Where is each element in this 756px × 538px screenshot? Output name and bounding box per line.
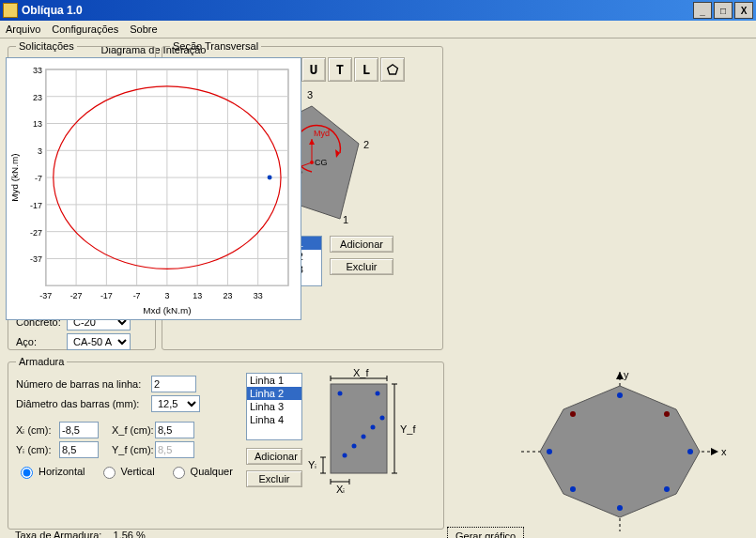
svg-text:-27: -27 — [70, 291, 83, 300]
titlebar: Oblíqua 1.0 _ □ X — [0, 0, 756, 21]
input-yf — [155, 441, 194, 458]
legend-solicitacoes: Solicitações — [16, 40, 77, 52]
list-item[interactable]: Linha 3 — [247, 400, 301, 413]
svg-point-56 — [343, 453, 347, 458]
radio-horizontal[interactable]: Horizontal — [16, 464, 85, 479]
button-gerar-grafico[interactable]: Gerar gráfico — [447, 527, 524, 538]
xlabel: Mxd (kN.m) — [143, 305, 191, 315]
pt3: 3 — [307, 89, 313, 100]
rebar-section-diagram: x y — [498, 367, 742, 536]
svg-point-54 — [338, 392, 343, 396]
shape-l[interactable]: L — [354, 57, 378, 82]
shape-custom[interactable]: ⬠ — [380, 57, 405, 82]
button-adicionar-linha[interactable]: Adicionar — [246, 448, 302, 465]
armadura-preview: X_f Y_f Xᵢ Yᵢ — [312, 373, 415, 495]
svg-point-55 — [376, 392, 380, 396]
svg-text:-37: -37 — [39, 291, 52, 300]
pt-cg: CG — [315, 158, 328, 167]
panel-diagrama: Diagrama de Interação — [6, 44, 301, 354]
label-xf: X_f (cm): — [112, 424, 151, 436]
svg-text:-27: -27 — [30, 228, 42, 238]
menubar: Arquivo Configurações Sobre — [0, 21, 756, 38]
menu-arquivo[interactable]: Arquivo — [6, 23, 40, 35]
svg-text:13: 13 — [193, 291, 202, 300]
svg-rect-53 — [331, 384, 387, 473]
label-xi: Xᵢ (cm): — [16, 424, 55, 437]
select-diametro[interactable]: 12,5 — [151, 395, 200, 412]
svg-text:-17: -17 — [100, 291, 113, 300]
svg-point-83 — [664, 486, 670, 492]
svg-point-82 — [570, 486, 576, 492]
list-item[interactable]: Linha 1 — [247, 374, 301, 387]
svg-point-60 — [380, 416, 385, 421]
svg-point-58 — [362, 435, 366, 439]
svg-point-85 — [617, 392, 623, 398]
svg-point-78 — [570, 411, 576, 417]
radio-qualquer[interactable]: Qualquer — [168, 464, 233, 479]
svg-text:23: 23 — [223, 291, 232, 300]
radio-vertical[interactable]: Vertical — [99, 464, 155, 479]
svg-text:13: 13 — [33, 119, 42, 129]
label-num-barras: Número de barras na linha: — [16, 378, 147, 390]
button-excluir-ponto[interactable]: Excluir — [330, 258, 393, 275]
button-adicionar-ponto[interactable]: Adicionar — [330, 236, 393, 253]
pt2: 2 — [363, 139, 369, 150]
svg-text:3: 3 — [38, 146, 42, 156]
svg-point-57 — [352, 444, 357, 449]
list-item[interactable]: Linha 4 — [247, 413, 301, 426]
select-aco[interactable]: CA-50 A — [67, 333, 131, 350]
maximize-button[interactable]: □ — [714, 2, 733, 19]
app-icon — [3, 3, 18, 18]
shape-u[interactable]: U — [301, 57, 326, 82]
svg-point-15 — [310, 161, 314, 164]
svg-marker-75 — [616, 372, 624, 379]
taxa-label: Taxa de Armadura: — [15, 530, 101, 538]
menu-sobre[interactable]: Sobre — [130, 23, 157, 35]
svg-point-80 — [547, 449, 552, 454]
shape-t[interactable]: T — [328, 57, 352, 82]
button-excluir-linha[interactable]: Excluir — [246, 470, 302, 487]
svg-marker-77 — [540, 386, 700, 517]
svg-text:-17: -17 — [30, 201, 42, 210]
window-title: Oblíqua 1.0 — [22, 4, 693, 17]
svg-text:33: 33 — [33, 66, 42, 75]
svg-marker-76 — [711, 448, 718, 455]
list-item[interactable]: Linha 2 — [247, 387, 301, 400]
lbl-xi: Xᵢ — [336, 484, 345, 496]
svg-text:x: x — [721, 446, 727, 457]
svg-text:-7: -7 — [35, 174, 42, 183]
svg-text:y: y — [624, 369, 629, 380]
lbl-yf: Y_f — [400, 423, 416, 435]
ylabel: Myd (kN.m) — [9, 153, 20, 201]
taxa-armadura: Taxa de Armadura: 1,56 % — [15, 530, 146, 538]
minimize-button[interactable]: _ — [693, 2, 712, 19]
pt1: 1 — [343, 214, 348, 225]
listbox-linhas[interactable]: Linha 1 Linha 2 Linha 3 Linha 4 — [246, 373, 302, 440]
groupbox-armadura: Armadura Número de barras na linha: Diâm… — [8, 356, 444, 530]
svg-point-79 — [664, 411, 670, 417]
label-aco: Aço: — [16, 336, 63, 347]
label-yf: Y_f (cm): — [112, 444, 151, 455]
svg-point-59 — [371, 425, 376, 430]
label-yi: Yᵢ (cm): — [16, 444, 55, 456]
input-xi[interactable] — [59, 422, 99, 438]
lbl-xf: X_f — [353, 367, 369, 378]
pt-myd: Myd — [314, 129, 330, 138]
svg-text:-7: -7 — [133, 291, 141, 300]
label-diametro: Diâmetro das barras (mm): — [16, 398, 147, 409]
svg-point-81 — [687, 449, 693, 454]
input-num-barras[interactable] — [151, 376, 196, 392]
svg-text:3: 3 — [164, 291, 169, 300]
legend-secao: Seção Transversal — [170, 40, 261, 52]
interaction-chart: -37-27 -17-7 313 2333 3323 133 -7-17 -27… — [6, 57, 301, 320]
input-xf[interactable] — [155, 422, 194, 438]
menu-config[interactable]: Configurações — [52, 23, 118, 35]
input-yi[interactable] — [59, 441, 99, 458]
lbl-yi: Yᵢ — [308, 459, 316, 471]
taxa-value: 1,56 % — [114, 530, 146, 538]
svg-text:33: 33 — [254, 291, 263, 300]
svg-text:23: 23 — [33, 93, 42, 102]
svg-point-84 — [617, 505, 623, 511]
close-button[interactable]: X — [734, 2, 753, 19]
svg-text:-37: -37 — [30, 254, 42, 264]
